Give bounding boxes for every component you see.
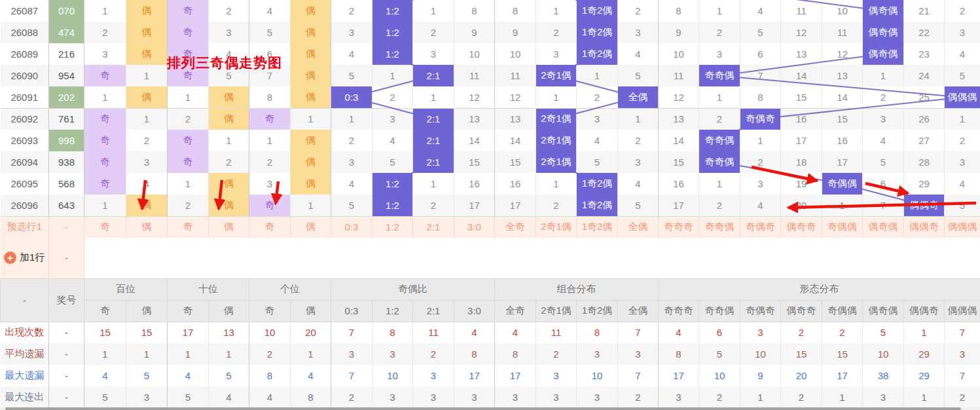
trend-cell: 1 xyxy=(618,108,659,130)
trend-cell: 1:2 xyxy=(372,22,413,43)
trend-cell: 3 xyxy=(577,108,618,130)
preselect-cell[interactable]: 奇奇奇 xyxy=(659,216,699,238)
prize-number-cell: 954 xyxy=(49,65,84,86)
trend-cell: 3 xyxy=(413,43,454,65)
period-cell: 26090 xyxy=(1,65,49,86)
preselect-cell[interactable]: 奇 xyxy=(249,216,291,238)
preselect-cell[interactable]: 偶偶奇 xyxy=(904,216,945,238)
preselect-cell[interactable]: 0:3 xyxy=(331,216,372,238)
column-subheader: 偶 xyxy=(209,300,249,322)
trend-cell: 2 xyxy=(536,22,577,43)
stat-value-cell: 1 xyxy=(904,322,945,343)
add-row-button-content: +加1行 xyxy=(1,252,49,264)
trend-cell: 5 xyxy=(372,151,413,173)
trend-cell: 13 xyxy=(495,108,536,130)
trend-cell: 2 xyxy=(618,130,659,151)
preselect-cell[interactable]: 2:1 xyxy=(413,216,454,238)
column-subheader: 偶 xyxy=(126,300,168,322)
stat-value-cell: 5 xyxy=(209,365,249,386)
stat-value-cell: 4 xyxy=(84,365,126,386)
preselect-cell[interactable]: 3:0 xyxy=(454,216,495,238)
trend-cell: 偶 xyxy=(291,86,331,108)
preselect-cell[interactable]: 偶奇奇 xyxy=(781,216,822,238)
stat-value-cell: 7 xyxy=(618,365,659,386)
trend-cell: 18 xyxy=(781,151,822,173)
trend-cell: 16 xyxy=(659,173,699,195)
preselect-cell[interactable]: 偶奇偶 xyxy=(863,216,904,238)
preselect-cell[interactable]: 奇 xyxy=(84,216,126,238)
preselect-cell[interactable]: 1奇2偶 xyxy=(577,216,618,238)
preselect-cell[interactable]: 奇 xyxy=(168,216,209,238)
trend-cell: 4 xyxy=(618,43,659,65)
trend-cell: 4 xyxy=(945,173,980,195)
plus-icon: + xyxy=(4,252,16,264)
stat-value-cell: 2 xyxy=(331,386,372,408)
trend-cell: 奇 xyxy=(84,65,126,86)
preselect-cell[interactable]: 奇奇偶 xyxy=(699,216,740,238)
preselect-cell[interactable]: 奇偶偶 xyxy=(822,216,863,238)
period-cell: 26091 xyxy=(1,86,49,108)
preselect-cell[interactable]: 2奇1偶 xyxy=(536,216,577,238)
preselect-cell[interactable]: 偶 xyxy=(209,216,249,238)
trend-cell: 1 xyxy=(536,86,577,108)
trend-cell: 5 xyxy=(945,65,980,86)
column-group-header: 组合分布 xyxy=(495,278,659,300)
preselect-cell[interactable]: 1:2 xyxy=(372,216,413,238)
trend-cell: 12 xyxy=(495,86,536,108)
preselect-cell[interactable]: 偶 xyxy=(291,216,331,238)
trend-cell: 11 xyxy=(822,22,863,43)
trend-cell: 1 xyxy=(126,108,168,130)
column-group-header: 十位 xyxy=(168,278,249,300)
trend-cell: 11 xyxy=(495,65,536,86)
trend-cell: 17 xyxy=(495,195,536,216)
stat-row-label: 平均遗漏 xyxy=(1,343,49,365)
trend-cell: 2 xyxy=(84,22,126,43)
trend-cell: 21 xyxy=(904,0,945,22)
preselect-cell[interactable]: 偶 xyxy=(126,216,168,238)
chart-title-overlay: 排列三奇偶走势图 xyxy=(167,54,282,72)
trend-cell: 偶 xyxy=(126,43,168,65)
trend-cell: 1 xyxy=(168,86,209,108)
trend-cell: 14 xyxy=(659,130,699,151)
trend-cell: 1 xyxy=(126,65,168,86)
column-subheader: 0:3 xyxy=(331,300,372,322)
column-subheader: 偶奇偶 xyxy=(863,300,904,322)
trend-cell: 1 xyxy=(168,173,209,195)
preselect-cell[interactable]: 全奇 xyxy=(495,216,536,238)
trend-cell: 偶偶奇 xyxy=(904,195,945,216)
stat-value-cell: 3 xyxy=(413,386,454,408)
stat-dash-cell: - xyxy=(49,386,84,408)
trend-cell: 偶 xyxy=(291,43,331,65)
preselect-cell[interactable]: 偶偶偶 xyxy=(945,216,980,238)
stat-value-cell: 7 xyxy=(945,322,980,343)
stat-value-cell: 1 xyxy=(84,343,126,365)
period-cell: 26092 xyxy=(1,108,49,130)
trend-cell: 14 xyxy=(495,130,536,151)
preselect-cell[interactable]: 奇偶奇 xyxy=(740,216,781,238)
preselect-cell[interactable]: 全偶 xyxy=(618,216,659,238)
stat-value-cell: 9 xyxy=(740,365,781,386)
trend-cell: 27 xyxy=(904,130,945,151)
trend-cell: 4 xyxy=(740,0,781,22)
trend-cell: 3 xyxy=(331,22,372,43)
trend-cell: 15 xyxy=(822,108,863,130)
trend-cell: 3 xyxy=(618,151,659,173)
period-cell: 26093 xyxy=(1,130,49,151)
trend-cell: 2 xyxy=(740,151,781,173)
trend-cell: 奇 xyxy=(168,151,209,173)
stat-value-cell: 20 xyxy=(781,365,822,386)
stat-value-cell: 3 xyxy=(372,386,413,408)
stat-row-label: 最大遗漏 xyxy=(1,365,49,386)
trend-cell: 2 xyxy=(536,195,577,216)
stat-value-cell: 17 xyxy=(659,365,699,386)
header-corner-cell: - xyxy=(1,278,49,322)
trend-cell: 2奇1偶 xyxy=(536,151,577,173)
add-row-button[interactable]: +加1行 xyxy=(1,238,49,278)
stat-value-cell: 2 xyxy=(249,343,291,365)
horizontal-scrollbar[interactable] xyxy=(5,407,961,410)
trend-cell: 0:3 xyxy=(331,86,372,108)
stat-value-cell: 5 xyxy=(84,386,126,408)
trend-cell: 28 xyxy=(904,151,945,173)
stat-value-cell: 3 xyxy=(618,343,659,365)
trend-cell: 3 xyxy=(945,151,980,173)
